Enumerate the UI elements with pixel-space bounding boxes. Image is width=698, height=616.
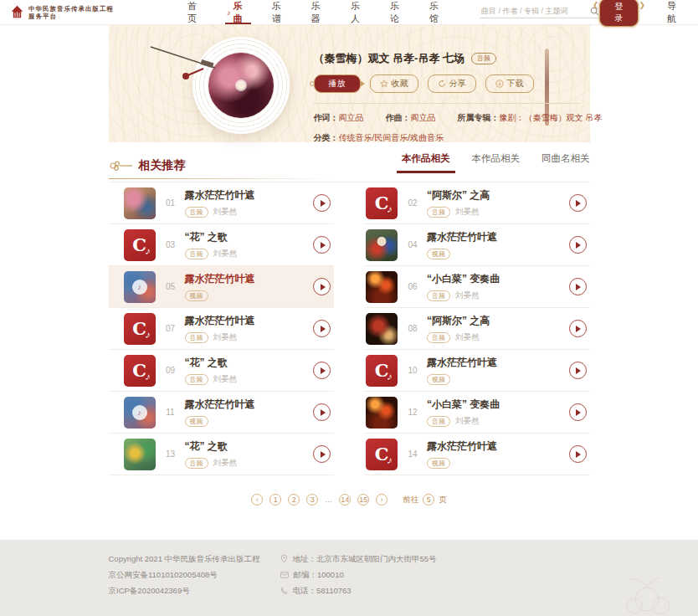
nav-item-7[interactable]: 乐馆 xyxy=(429,0,446,24)
song-info: “阿斯尔” 之高音频刘晏然 xyxy=(427,188,490,218)
track-number: 10 xyxy=(403,366,423,375)
song-row-title[interactable]: “花” 之歌 xyxy=(185,356,238,370)
composer-field: 作曲：阎立品 xyxy=(386,112,436,124)
song-row-10[interactable]: C♪10露水茫茫竹叶遮视频 xyxy=(364,350,590,392)
track-number: 08 xyxy=(403,324,423,333)
goto-page-input[interactable]: 5 xyxy=(423,494,434,506)
song-row-title[interactable]: 露水茫茫竹叶遮 xyxy=(185,314,255,328)
music-note-icon: ♪ xyxy=(227,8,231,17)
song-row-title[interactable]: “花” 之歌 xyxy=(185,230,238,244)
song-row-title[interactable]: 露水茫茫竹叶遮 xyxy=(185,272,255,286)
row-play-button[interactable] xyxy=(313,278,331,295)
track-number: 02 xyxy=(403,198,423,208)
page-footer: Copyright 2021 中华民族音乐传承出版工程 京公网安备1101010… xyxy=(0,540,698,616)
related-tab-3[interactable]: 同曲名相关 xyxy=(541,152,590,173)
related-tabs: 本作品相关本作品相关同曲名相关 xyxy=(402,152,590,173)
download-button[interactable]: 下载 xyxy=(485,74,534,93)
play-button[interactable]: 播放 xyxy=(314,74,361,93)
login-button[interactable]: 登录 xyxy=(599,0,639,27)
media-type-badge: 音频 xyxy=(185,374,208,385)
row-play-button[interactable] xyxy=(313,403,331,421)
artist-name: 刘晏然 xyxy=(213,207,238,218)
song-row-title[interactable]: “小白菜” 变奏曲 xyxy=(427,272,500,286)
nav-item-1[interactable]: 首页 xyxy=(187,0,204,24)
search-input[interactable] xyxy=(480,6,590,16)
song-row-08[interactable]: 08“阿斯尔” 之高音频刘晏然 xyxy=(364,308,590,350)
row-play-button[interactable] xyxy=(569,362,587,379)
pager-page-15[interactable]: 15 xyxy=(357,494,369,506)
song-row-title[interactable]: “阿斯尔” 之高 xyxy=(427,188,490,203)
pager-page-14[interactable]: 14 xyxy=(339,494,351,506)
pager-page-2[interactable]: 2 xyxy=(288,494,300,506)
track-number: 13 xyxy=(161,449,181,459)
footer-right: 地址：北京市东城区朝阳门内大街甲55号 邮编：100010 电话：5811076… xyxy=(280,551,437,598)
nav-toggle[interactable]: 导航 xyxy=(667,0,685,25)
row-play-button[interactable] xyxy=(569,194,587,212)
song-row-04[interactable]: 04露水茫茫竹叶遮视频 xyxy=(364,224,590,266)
song-row-title[interactable]: 露水茫茫竹叶遮 xyxy=(427,356,497,370)
share-button[interactable]: 分享 xyxy=(428,74,476,93)
song-row-title[interactable]: “小白菜” 变奏曲 xyxy=(427,398,500,412)
song-info: 露水茫茫竹叶遮音频刘晏然 xyxy=(185,188,255,218)
song-info: 露水茫茫竹叶遮视频 xyxy=(427,230,497,259)
media-type-badge: 音频 xyxy=(185,207,208,218)
related-section: 相关推荐 本作品相关本作品相关同曲名相关 01露水茫茫竹叶遮音频刘晏然C♪02“… xyxy=(109,152,590,506)
nav-item-4[interactable]: 乐器 xyxy=(311,0,328,24)
song-row-01[interactable]: 01露水茫茫竹叶遮音频刘晏然 xyxy=(109,182,335,224)
nav-item-3[interactable]: 乐谱 xyxy=(272,0,289,24)
song-row-09[interactable]: C♪09“花” 之歌音频刘晏然 xyxy=(109,350,335,392)
song-row-14[interactable]: C♪14露水茫茫竹叶遮视频 xyxy=(364,434,590,475)
download-label: 下载 xyxy=(507,78,524,90)
nav-item-6[interactable]: 乐论 xyxy=(390,0,407,24)
song-row-title[interactable]: 露水茫茫竹叶遮 xyxy=(427,230,497,244)
search-box[interactable] xyxy=(480,6,599,18)
song-row-13[interactable]: 13“花” 之歌音频刘晏然 xyxy=(109,434,335,475)
row-play-button[interactable] xyxy=(569,445,587,463)
song-info: 露水茫茫竹叶遮音频刘晏然 xyxy=(185,314,255,343)
row-play-button[interactable] xyxy=(569,403,587,421)
song-row-title[interactable]: 露水茫茫竹叶遮 xyxy=(427,439,497,454)
song-row-05[interactable]: ♪05露水茫茫竹叶遮视频 xyxy=(109,266,335,308)
row-play-button[interactable] xyxy=(313,236,331,254)
row-play-button[interactable] xyxy=(569,278,587,295)
song-row-07[interactable]: C♪07露水茫茫竹叶遮音频刘晏然 xyxy=(109,308,335,350)
video-play-overlay-icon: ♪ xyxy=(132,405,147,420)
track-number: 01 xyxy=(161,198,181,208)
related-tab-1[interactable]: 本作品相关 xyxy=(402,152,450,173)
pager-next-button[interactable]: › xyxy=(376,494,387,506)
song-info: “花” 之歌音频刘晏然 xyxy=(185,230,238,259)
play-triangle-icon xyxy=(321,242,326,249)
favorite-button[interactable]: 收藏 xyxy=(370,74,418,93)
row-play-button[interactable] xyxy=(313,362,331,379)
album-field[interactable]: 所属专辑：豫剧：（秦雪梅）观文 吊孝 xyxy=(458,112,603,124)
track-number: 04 xyxy=(403,240,423,249)
logo-thumbnail: C♪ xyxy=(124,229,156,261)
track-number: 11 xyxy=(161,408,181,417)
pager-page-1[interactable]: 1 xyxy=(269,494,281,506)
track-number: 07 xyxy=(161,324,181,333)
song-row-title[interactable]: “花” 之歌 xyxy=(185,439,238,454)
song-row-02[interactable]: C♪02“阿斯尔” 之高音频刘晏然 xyxy=(364,182,590,224)
logo[interactable]: 中华民族音乐传承出版工程 服务平台 xyxy=(10,5,159,20)
song-row-03[interactable]: C♪03“花” 之歌音频刘晏然 xyxy=(109,224,335,266)
row-play-button[interactable] xyxy=(313,445,331,463)
row-play-button[interactable] xyxy=(313,194,331,212)
song-list: 01露水茫茫竹叶遮音频刘晏然C♪02“阿斯尔” 之高音频刘晏然C♪03“花” 之… xyxy=(109,182,590,475)
song-info: “花” 之歌音频刘晏然 xyxy=(185,439,238,469)
song-row-title[interactable]: “阿斯尔” 之高 xyxy=(427,314,490,328)
song-row-title[interactable]: 露水茫茫竹叶遮 xyxy=(185,188,255,203)
nav-item-5[interactable]: 乐人 xyxy=(351,0,367,24)
song-row-12[interactable]: 12“小白菜” 变奏曲音频刘晏然 xyxy=(364,392,590,434)
row-play-button[interactable] xyxy=(569,236,587,254)
knot-decoration-icon xyxy=(109,160,132,172)
song-row-title[interactable]: 露水茫茫竹叶遮 xyxy=(185,398,255,412)
song-row-06[interactable]: 06“小白菜” 变奏曲音频刘晏然 xyxy=(364,266,590,308)
pager-page-3[interactable]: 3 xyxy=(306,494,318,506)
pager-prev-button[interactable]: ‹ xyxy=(251,494,263,506)
row-play-button[interactable] xyxy=(313,320,331,337)
song-row-11[interactable]: ♪11露水茫茫竹叶遮视频 xyxy=(109,392,335,434)
related-tab-2[interactable]: 本作品相关 xyxy=(472,152,521,173)
row-play-button[interactable] xyxy=(569,320,587,337)
nav-item-2[interactable]: ♪乐曲 xyxy=(227,0,249,24)
artist-name: 刘晏然 xyxy=(455,207,480,218)
